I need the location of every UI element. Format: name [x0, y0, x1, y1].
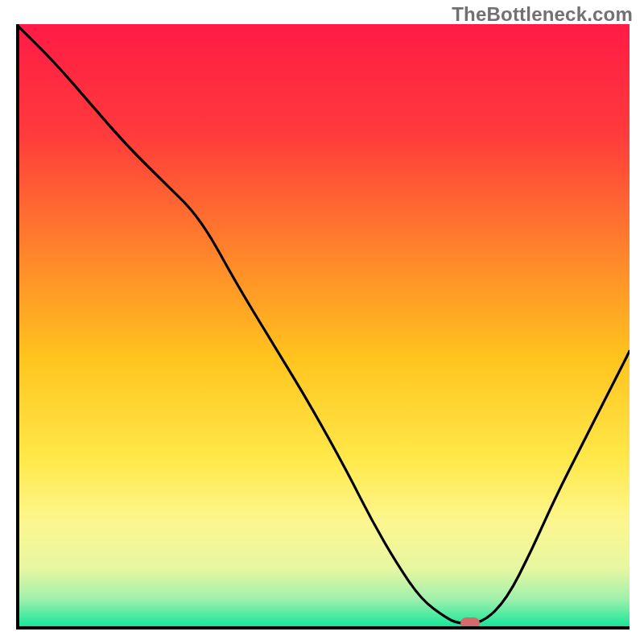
- chart-container: TheBottleneck.com: [0, 0, 644, 644]
- gradient-background: [16, 24, 630, 630]
- watermark-text: TheBottleneck.com: [452, 3, 633, 26]
- plot-area: [16, 24, 630, 630]
- optimum-marker: [460, 617, 480, 629]
- svg-rect-0: [16, 24, 630, 630]
